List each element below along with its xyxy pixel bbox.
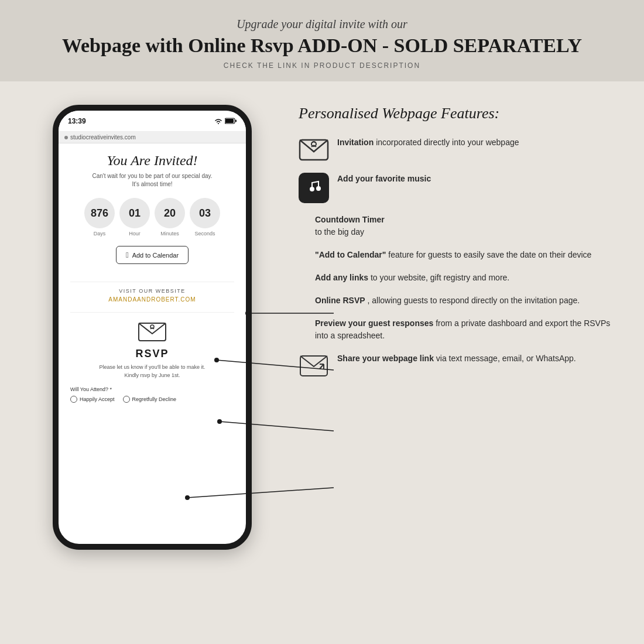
radio-decline-label: Regretfully Decline xyxy=(132,396,177,402)
days-label: Days xyxy=(94,231,106,237)
music-text-bold: Add your favorite music xyxy=(337,174,431,183)
radio-options: Happily Accept Regretfully Decline xyxy=(70,396,234,403)
rsvp-envelope-icon xyxy=(138,318,167,342)
invitation-envelope-icon xyxy=(299,136,329,162)
share-envelope-icon xyxy=(299,352,328,378)
apple-logo-icon:  xyxy=(126,251,129,259)
svg-line-9 xyxy=(320,364,324,369)
calendar-btn-wrapper[interactable]:  Add to Calendar xyxy=(70,246,234,273)
header-subtitle: Upgrade your digital invite with our xyxy=(23,18,621,31)
feature-rsvp: Online RSVP , allowing guests to respond… xyxy=(299,294,615,307)
countdown-days: 876 Days xyxy=(84,198,115,237)
share-text-rest: via text message, email, or WhatsApp. xyxy=(436,354,576,363)
battery-icon xyxy=(225,118,237,124)
rsvp-feature-text-rest: , allowing guests to respond directly on… xyxy=(367,296,580,305)
phone-divider-1 xyxy=(70,282,234,282)
hours-value: 01 xyxy=(119,198,150,228)
svg-rect-1 xyxy=(225,119,234,123)
phone-url-text: studiocreativeinvites.com xyxy=(70,134,136,141)
countdown-hours: 01 Hour xyxy=(119,198,150,237)
preview-text-bold: Preview your guest responses xyxy=(315,318,433,328)
countdown-row: 876 Days 01 Hour 20 Minutes 03 Seconds xyxy=(70,198,234,237)
visit-label: VISIT OUR WEBSITE xyxy=(70,288,234,294)
seconds-label: Seconds xyxy=(194,231,215,237)
url-dot xyxy=(64,136,68,139)
rsvp-feature-text-bold: Online RSVP xyxy=(315,296,365,305)
music-text: Add your favorite music xyxy=(337,173,615,185)
main-content: 13:39 xyxy=(0,81,644,573)
calendar-text: "Add to Calendar" feature for guests to … xyxy=(315,249,615,261)
rsvp-title: RSVP xyxy=(70,348,234,360)
calendar-text-rest: feature for guests to easily save the da… xyxy=(388,250,591,259)
radio-accept-label: Happily Accept xyxy=(80,396,115,402)
phone-container: 13:39 xyxy=(29,99,275,556)
share-icon-wrapper xyxy=(299,352,329,378)
calendar-btn-label: Add to Calendar xyxy=(132,252,179,259)
hours-label: Hour xyxy=(129,231,141,237)
feature-countdown: Countdown Timer to the big day xyxy=(299,214,615,238)
feature-invitation: Invitation incorporated directly into yo… xyxy=(299,136,615,162)
phone-mockup: 13:39 xyxy=(53,105,252,550)
feature-calendar: "Add to Calendar" feature for guests to … xyxy=(299,249,615,261)
countdown-seconds: 03 Seconds xyxy=(190,198,220,237)
svg-rect-2 xyxy=(235,120,237,122)
countdown-text-rest: to the big day xyxy=(315,227,364,237)
phone-status-icons xyxy=(214,118,237,124)
phone-status-bar: 13:39 xyxy=(59,111,246,132)
countdown-text: Countdown Timer to the big day xyxy=(315,214,615,238)
invitation-icon-wrapper xyxy=(299,136,329,162)
header-section: Upgrade your digital invite with our Web… xyxy=(0,0,644,81)
invited-subtitle: Can't wait for you to be part of our spe… xyxy=(70,172,234,189)
invitation-text-bold: Invitation xyxy=(337,138,374,147)
website-link[interactable]: AMANDAANDROBERT.COM xyxy=(70,296,234,303)
wifi-icon xyxy=(214,118,222,124)
phone-content: You Are Invited! Can't wait for you to b… xyxy=(59,143,246,412)
invitation-text: Invitation incorporated directly into yo… xyxy=(337,136,615,149)
links-text: Add any links to your website, gift regi… xyxy=(315,272,615,284)
music-icon-wrapper xyxy=(299,173,329,203)
header-check-link: CHECK THE LINK IN PRODUCT DESCRIPTION xyxy=(23,61,621,70)
countdown-text-bold: Countdown Timer xyxy=(315,215,385,224)
minutes-label: Minutes xyxy=(160,231,179,237)
phone-time: 13:39 xyxy=(68,117,86,125)
rsvp-section: RSVP Please let us know if you'll be abl… xyxy=(70,318,234,403)
rsvp-feature-text: Online RSVP , allowing guests to respond… xyxy=(315,294,615,307)
header-title: Webpage with Online Rsvp ADD-ON - SOLD S… xyxy=(23,35,621,57)
music-note-icon xyxy=(306,180,322,196)
feature-music: Add your favorite music xyxy=(299,173,615,203)
seconds-value: 03 xyxy=(190,198,220,228)
countdown-minutes: 20 Minutes xyxy=(155,198,185,237)
features-title: Personalised Webpage Features: xyxy=(299,105,615,122)
radio-accept[interactable]: Happily Accept xyxy=(70,396,115,403)
radio-accept-circle xyxy=(70,396,77,403)
radio-decline-circle xyxy=(123,396,130,403)
svg-point-7 xyxy=(316,186,321,191)
add-to-calendar-button[interactable]:  Add to Calendar xyxy=(116,246,189,264)
days-value: 876 xyxy=(84,198,115,228)
feature-links: Add any links to your website, gift regi… xyxy=(299,272,615,284)
attend-label: Will You Attend? * xyxy=(70,386,234,392)
minutes-value: 20 xyxy=(155,198,185,228)
radio-decline[interactable]: Regretfully Decline xyxy=(123,396,177,403)
feature-preview: Preview your guest responses from a priv… xyxy=(299,317,615,342)
phone-url-bar: studiocreativeinvites.com xyxy=(59,132,246,143)
features-panel: Personalised Webpage Features: Invitatio… xyxy=(299,99,615,389)
invitation-text-rest: incorporated directly into your webpage xyxy=(376,138,519,147)
links-text-bold: Add any links xyxy=(315,273,368,282)
rsvp-description: Please let us know if you'll be able to … xyxy=(70,364,234,379)
share-text-bold: Share your webpage link xyxy=(337,354,434,363)
phone-divider-2 xyxy=(70,312,234,313)
links-text-rest: to your website, gift registry and more. xyxy=(371,273,509,282)
preview-text: Preview your guest responses from a priv… xyxy=(315,317,615,342)
calendar-text-bold: "Add to Calendar" xyxy=(315,250,386,259)
invited-title: You Are Invited! xyxy=(70,153,234,169)
share-text: Share your webpage link via text message… xyxy=(337,352,615,365)
feature-share: Share your webpage link via text message… xyxy=(299,352,615,378)
